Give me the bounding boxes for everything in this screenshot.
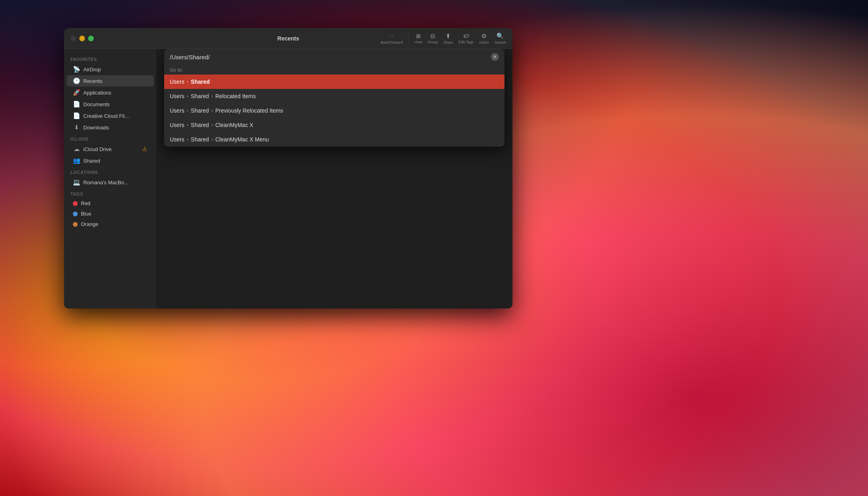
tags-section-label: Tags [64, 188, 156, 198]
path-arrow-4b: › [211, 122, 213, 128]
goto-input[interactable] [170, 54, 488, 60]
path-arrow-5a: › [187, 137, 189, 142]
path-segment-users-1: Users [170, 79, 185, 85]
edit-tags-label: Edit Tags [459, 40, 474, 44]
sidebar-item-creative-cloud[interactable]: 📄 Creative Cloud Fil... [66, 110, 154, 121]
locations-section-label: Locations [64, 167, 156, 176]
finder-body: Favorites 📡 AirDrop 🕐 Recents 🚀 Applicat… [64, 49, 512, 308]
toolbar-action[interactable]: ⚙ Action [479, 32, 489, 44]
content-area: Today finder-drive-settings finder-setti… [156, 49, 512, 308]
goto-suggestion-cleanmymac[interactable]: Users › Shared › CleanMyMac X [164, 118, 504, 132]
toolbar-search[interactable]: 🔍 Search [494, 32, 506, 44]
back-icon: ‹ [389, 32, 391, 40]
path-arrow-4a: › [187, 122, 189, 128]
creative-cloud-label: Creative Cloud Fil... [83, 113, 129, 119]
downloads-label: Downloads [83, 125, 109, 131]
orange-label: Orange [81, 221, 98, 227]
sidebar-item-recents[interactable]: 🕐 Recents [66, 75, 154, 87]
search-icon: 🔍 [496, 32, 504, 40]
path-arrow-2b: › [211, 93, 213, 99]
documents-label: Documents [83, 101, 110, 107]
view-label: View [414, 40, 422, 44]
path-segment-shared-4: Shared [191, 122, 209, 128]
goto-suggestion-cleanmymac-menu[interactable]: Users › Shared › CleanMyMac X Menu [164, 132, 504, 147]
minimize-button[interactable] [79, 36, 85, 41]
toolbar-group-btn[interactable]: ⊟ Group [428, 33, 438, 44]
action-icon: ⚙ [481, 32, 486, 40]
red-label: Red [81, 200, 90, 206]
view-icon: ⊞ [416, 33, 421, 39]
goto-suggestion-users-shared-relocated[interactable]: Users › Shared › Relocated Items [164, 89, 504, 103]
red-dot [73, 201, 78, 206]
path-segment-relocated: Relocated Items [215, 93, 256, 99]
path-segment-users-2: Users [170, 93, 185, 99]
creative-cloud-icon: 📄 [73, 112, 80, 119]
sidebar-item-tag-orange[interactable]: Orange [66, 219, 154, 229]
share-icon: ⬆ [446, 32, 451, 40]
goto-input-row: ✕ [164, 49, 504, 65]
sidebar-item-airdrop[interactable]: 📡 AirDrop [66, 64, 154, 75]
blue-label: Blue [81, 211, 91, 217]
action-label: Action [479, 40, 489, 44]
window-title: Recents [277, 35, 299, 42]
sidebar: Favorites 📡 AirDrop 🕐 Recents 🚀 Applicat… [64, 49, 156, 308]
group-label: Group [428, 40, 438, 44]
macbook-icon: 💻 [73, 179, 80, 186]
airdrop-label: AirDrop [83, 67, 101, 73]
sidebar-item-downloads[interactable]: ⬇ Downloads [66, 122, 154, 133]
path-segment-shared-5: Shared [191, 136, 209, 143]
path-highlight-shared-1: Shared [191, 79, 210, 85]
sidebar-item-tag-blue[interactable]: Blue [66, 209, 154, 219]
icloud-drive-label: iCloud Drive [83, 146, 112, 152]
goto-label: Go to: [164, 65, 504, 75]
favorites-section-label: Favorites [64, 54, 156, 63]
recents-label: Recents [83, 78, 102, 84]
group-icon: ⊟ [430, 33, 435, 39]
toolbar-share[interactable]: ⬆ Share [444, 32, 453, 44]
path-segment-cleanmymac-menu: CleanMyMac X Menu [215, 136, 269, 143]
path-segment-shared-2: Shared [191, 93, 209, 99]
goto-clear-button[interactable]: ✕ [491, 53, 499, 61]
orange-dot [73, 222, 78, 227]
titlebar-center: Recents [277, 35, 299, 42]
goto-suggestion-users-shared[interactable]: Users › Shared [164, 75, 504, 89]
applications-label: Applications [83, 90, 111, 96]
close-button[interactable] [70, 36, 76, 41]
path-segment-previously-relocated: Previously Relocated Items [215, 107, 283, 114]
maximize-button[interactable] [88, 36, 94, 41]
downloads-icon: ⬇ [73, 124, 80, 131]
toolbar-edit-tags[interactable]: 🏷 Edit Tags [459, 32, 474, 44]
path-segment-users-5: Users [170, 136, 185, 143]
toolbar-back-forward[interactable]: ‹ › Back/Forward [381, 32, 403, 44]
path-arrow-3a: › [187, 108, 189, 113]
traffic-lights [70, 36, 94, 41]
icloud-drive-warning: ⚠ [142, 146, 147, 152]
path-segment-users-3: Users [170, 107, 185, 114]
goto-suggestion-users-shared-previously[interactable]: Users › Shared › Previously Relocated It… [164, 103, 504, 118]
shared-icon: 👥 [73, 157, 80, 164]
airdrop-icon: 📡 [73, 66, 80, 73]
forward-icon: › [392, 32, 394, 40]
sidebar-item-macbook[interactable]: 💻 Romana's MacBo... [66, 177, 154, 188]
edit-tags-icon: 🏷 [463, 32, 469, 39]
share-label: Share [444, 40, 453, 44]
icloud-drive-icon: ☁ [73, 145, 80, 153]
sidebar-item-tag-red[interactable]: Red [66, 198, 154, 208]
back-forward-label: Back/Forward [381, 40, 403, 44]
toolbar-view[interactable]: ⊞ View [414, 33, 422, 44]
search-label: Search [494, 40, 506, 44]
path-segment-cleanmymac: CleanMyMac X [215, 122, 253, 128]
path-segment-users-4: Users [170, 122, 185, 128]
icloud-section-label: iCloud [64, 133, 156, 143]
titlebar: Recents ‹ › Back/Forward ⊞ View ⊟ Group [64, 28, 512, 49]
sidebar-item-documents[interactable]: 📄 Documents [66, 99, 154, 110]
documents-icon: 📄 [73, 101, 80, 108]
path-arrow-5b: › [211, 137, 213, 142]
sidebar-item-applications[interactable]: 🚀 Applications [66, 87, 154, 98]
sidebar-item-icloud-drive[interactable]: ☁ iCloud Drive ⚠ [66, 143, 154, 155]
finder-window: Recents ‹ › Back/Forward ⊞ View ⊟ Group [64, 28, 512, 308]
path-arrow-2a: › [187, 93, 189, 99]
shared-label: Shared [83, 158, 100, 164]
goto-suggestions: Go to: Users › Shared Users › Shared › R… [164, 65, 504, 147]
sidebar-item-shared[interactable]: 👥 Shared [66, 155, 154, 166]
